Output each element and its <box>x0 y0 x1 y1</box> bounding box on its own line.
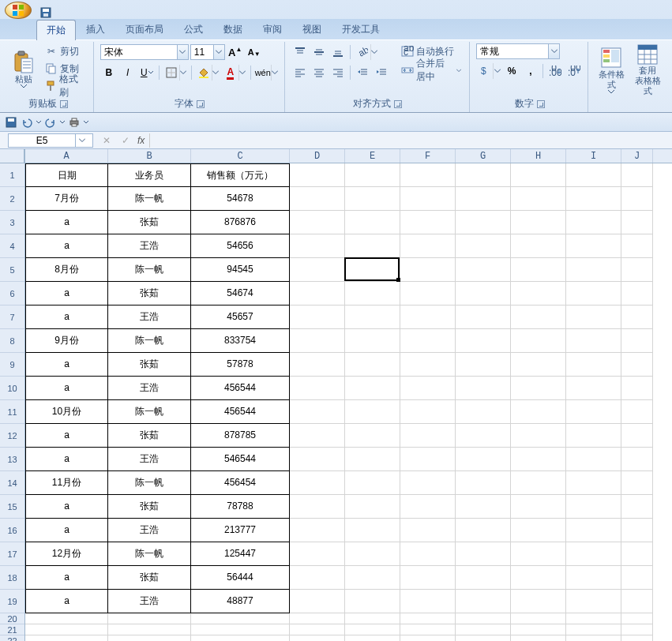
cell-F19[interactable] <box>400 590 456 613</box>
cell-I11[interactable] <box>566 400 621 424</box>
cell-A22[interactable] <box>25 635 108 641</box>
cell-D19[interactable] <box>290 590 345 613</box>
cell-H19[interactable] <box>511 590 566 613</box>
cell-B9[interactable]: 张茹 <box>108 353 191 377</box>
cell-C22[interactable] <box>191 635 290 641</box>
cell-A21[interactable] <box>25 624 108 635</box>
col-header-E[interactable]: E <box>345 149 400 163</box>
row-header-19[interactable]: 19 <box>0 590 24 613</box>
cell-D6[interactable] <box>290 282 345 306</box>
tab-layout[interactable]: 页面布局 <box>115 19 174 39</box>
cell-A1[interactable]: 日期 <box>25 163 108 187</box>
cell-D3[interactable] <box>290 211 345 234</box>
cell-H22[interactable] <box>511 635 566 641</box>
cell-F14[interactable] <box>400 471 456 495</box>
row-header-14[interactable]: 14 <box>0 471 24 495</box>
tab-view[interactable]: 视图 <box>292 19 332 39</box>
cell-D11[interactable] <box>290 400 345 424</box>
fill-color-button[interactable] <box>195 64 220 81</box>
cell-G16[interactable] <box>456 519 511 542</box>
cell-E5[interactable] <box>345 258 400 282</box>
cell-J9[interactable] <box>621 353 653 377</box>
cell-J5[interactable] <box>621 258 653 282</box>
cell-I5[interactable] <box>566 258 621 282</box>
col-header-I[interactable]: I <box>566 149 621 163</box>
align-middle-button[interactable] <box>310 43 328 61</box>
cell-B1[interactable]: 业务员 <box>108 163 191 187</box>
col-header-G[interactable]: G <box>456 149 511 163</box>
clipboard-launcher[interactable] <box>60 100 68 108</box>
row-header-15[interactable]: 15 <box>0 495 24 519</box>
col-header-H[interactable]: H <box>511 149 566 163</box>
cell-J8[interactable] <box>621 329 653 353</box>
cell-F9[interactable] <box>400 353 456 377</box>
cell-G7[interactable] <box>456 306 511 329</box>
cell-D2[interactable] <box>290 187 345 211</box>
cell-E11[interactable] <box>345 400 400 424</box>
col-header-F[interactable]: F <box>400 149 456 163</box>
row-header-1[interactable]: 1 <box>0 163 24 187</box>
cell-C3[interactable]: 876876 <box>191 211 290 234</box>
cell-F21[interactable] <box>400 624 456 635</box>
cell-E10[interactable] <box>345 377 400 400</box>
cell-C6[interactable]: 54674 <box>191 282 290 306</box>
cell-F17[interactable] <box>400 542 456 566</box>
font-size-input[interactable] <box>191 45 213 59</box>
cell-D21[interactable] <box>290 624 345 635</box>
align-top-button[interactable] <box>291 43 309 61</box>
cell-C14[interactable]: 456454 <box>191 471 290 495</box>
cell-E2[interactable] <box>345 187 400 211</box>
cell-F12[interactable] <box>400 424 456 448</box>
cell-G1[interactable] <box>456 163 511 187</box>
cell-G6[interactable] <box>456 282 511 306</box>
cell-E6[interactable] <box>345 282 400 306</box>
cell-H15[interactable] <box>511 495 566 519</box>
cell-H21[interactable] <box>511 624 566 635</box>
cell-H1[interactable] <box>511 163 566 187</box>
cell-I16[interactable] <box>566 519 621 542</box>
row-header-10[interactable]: 10 <box>0 377 24 400</box>
cut-button[interactable]: ✂剪切 <box>42 43 88 59</box>
cell-D17[interactable] <box>290 542 345 566</box>
underline-button[interactable]: U <box>138 64 156 81</box>
cell-A2[interactable]: 7月份 <box>25 187 108 211</box>
cell-G19[interactable] <box>456 590 511 613</box>
cell-I1[interactable] <box>566 163 621 187</box>
cell-I10[interactable] <box>566 377 621 400</box>
cell-J19[interactable] <box>621 590 653 613</box>
cell-A12[interactable]: a <box>25 424 108 448</box>
cell-A17[interactable]: 12月份 <box>25 542 108 566</box>
italic-button[interactable]: I <box>119 64 137 81</box>
quick-print-icon[interactable] <box>68 116 81 129</box>
cell-H20[interactable] <box>511 613 566 624</box>
row-header-8[interactable]: 8 <box>0 329 24 353</box>
decrease-indent-button[interactable] <box>354 64 371 81</box>
cell-I8[interactable] <box>566 329 621 353</box>
cell-J11[interactable] <box>621 400 653 424</box>
cell-D7[interactable] <box>290 306 345 329</box>
cell-E12[interactable] <box>345 424 400 448</box>
row-header-4[interactable]: 4 <box>0 234 24 258</box>
cell-A14[interactable]: 11月份 <box>25 471 108 495</box>
cell-D10[interactable] <box>290 377 345 400</box>
cell-J10[interactable] <box>621 377 653 400</box>
orientation-button[interactable]: ab <box>354 43 379 61</box>
cell-C18[interactable]: 56444 <box>191 566 290 590</box>
cell-F18[interactable] <box>400 566 456 590</box>
cell-B22[interactable] <box>108 635 191 641</box>
cell-D12[interactable] <box>290 424 345 448</box>
cell-I22[interactable] <box>566 635 621 641</box>
cell-F11[interactable] <box>400 400 456 424</box>
cell-B16[interactable]: 王浩 <box>108 519 191 542</box>
increase-decimal-button[interactable]: .0.00 <box>546 62 564 80</box>
cell-E16[interactable] <box>345 519 400 542</box>
cell-I2[interactable] <box>566 187 621 211</box>
cell-G18[interactable] <box>456 566 511 590</box>
cell-H2[interactable] <box>511 187 566 211</box>
cell-I3[interactable] <box>566 211 621 234</box>
cell-A20[interactable] <box>25 613 108 624</box>
cell-D8[interactable] <box>290 329 345 353</box>
cell-A6[interactable]: a <box>25 282 108 306</box>
cell-J3[interactable] <box>621 211 653 234</box>
cell-F4[interactable] <box>400 234 456 258</box>
